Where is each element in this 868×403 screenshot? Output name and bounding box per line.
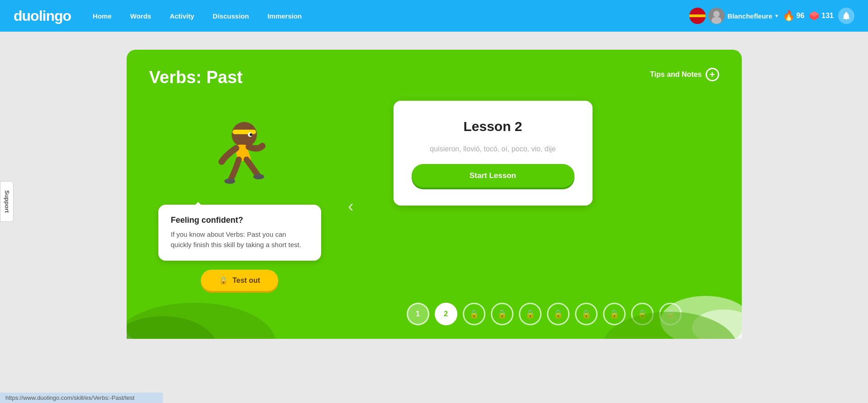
gems-count: 131 <box>821 12 834 20</box>
skill-title: Verbs: Past <box>149 68 243 87</box>
skill-header: Verbs: Past Tips and Notes + <box>149 68 719 87</box>
lesson-dot-10: 🔒 <box>659 303 682 325</box>
streak-badge: 🔥 96 <box>783 10 805 22</box>
skill-card: Verbs: Past Tips and Notes + <box>127 50 742 339</box>
lesson-dot-2[interactable]: 2 <box>435 303 457 325</box>
svg-point-18 <box>692 309 742 339</box>
nav-immersion[interactable]: Immersion <box>259 9 310 23</box>
nav-home[interactable]: Home <box>85 9 120 23</box>
status-bar: https://www.duolingo.com/skill/es/Verbs:… <box>0 393 163 403</box>
lesson-words: quisieron, llovió, tocó, oí, poco, vio, … <box>430 143 555 155</box>
notifications-bell[interactable] <box>838 8 854 24</box>
lesson-dot-5: 🔒 <box>519 303 541 325</box>
navbar: duolingo Home Words Activity Discussion … <box>0 0 868 32</box>
lesson-title: Lesson 2 <box>463 119 522 134</box>
nav-discussion[interactable]: Discussion <box>204 9 257 23</box>
lesson-dot-9: 🔒 <box>631 303 654 325</box>
svg-point-14 <box>253 174 264 179</box>
left-section: Feeling confident? If you know about Ver… <box>149 110 330 291</box>
lesson-dot-6: 🔒 <box>547 303 569 325</box>
svg-point-9 <box>232 122 257 147</box>
nav-right: Blanchefleure ▾ 🔥 96 131 <box>689 8 854 24</box>
nav-words[interactable]: Words <box>122 9 159 23</box>
svg-point-13 <box>224 178 235 184</box>
confidence-tooltip: Feeling confident? If you know about Ver… <box>158 205 321 261</box>
tips-plus-icon: + <box>706 68 719 81</box>
test-out-label: Test out <box>232 276 260 285</box>
gem-icon <box>809 10 820 21</box>
tips-button[interactable]: Tips and Notes + <box>650 68 719 81</box>
gems-badge: 131 <box>809 10 834 21</box>
streak-count: 96 <box>797 12 805 20</box>
svg-point-16 <box>127 316 217 339</box>
nav-links: Home Words Activity Discussion Immersion <box>85 9 310 23</box>
support-button[interactable]: Support <box>0 181 14 222</box>
language-flag <box>689 8 706 24</box>
runner-svg <box>199 110 280 200</box>
status-url: https://www.duolingo.com/skill/es/Verbs:… <box>5 394 134 401</box>
tips-label: Tips and Notes <box>650 70 702 79</box>
bell-icon <box>842 11 851 20</box>
lesson-dot-3: 🔒 <box>463 303 485 325</box>
user-avatar <box>708 8 725 24</box>
lesson-dot-8: 🔒 <box>603 303 626 325</box>
nav-activity[interactable]: Activity <box>161 9 202 23</box>
svg-rect-2 <box>689 13 706 14</box>
tooltip-title: Feeling confident? <box>171 216 308 225</box>
user-menu-chevron: ▾ <box>775 13 778 19</box>
lesson-dot-4: 🔒 <box>491 303 513 325</box>
svg-point-5 <box>713 11 720 17</box>
tooltip-text: If you know about Verbs: Past you can qu… <box>171 230 308 250</box>
lesson-dot-7: 🔒 <box>575 303 598 325</box>
lesson-dots: 1 2 🔒 🔒 🔒 🔒 🔒 🔒 🔒 <box>407 303 682 325</box>
user-menu[interactable]: Blanchefleure ▾ <box>689 8 778 24</box>
fire-icon: 🔥 <box>783 10 795 22</box>
test-out-lock-icon: 🔒 <box>219 276 228 285</box>
svg-rect-10 <box>232 130 256 134</box>
runner-illustration <box>199 110 280 200</box>
test-out-button[interactable]: 🔒 Test out <box>201 270 278 291</box>
svg-point-12 <box>250 133 252 136</box>
main-content: Verbs: Past Tips and Notes + <box>0 32 868 403</box>
skill-body: Feeling confident? If you know about Ver… <box>149 101 719 312</box>
lesson-card: Lesson 2 quisieron, llovió, tocó, oí, po… <box>394 101 593 206</box>
lesson-dot-1[interactable]: 1 <box>407 303 429 325</box>
start-lesson-button[interactable]: Start Lesson <box>412 164 574 187</box>
prev-arrow[interactable]: ‹ <box>348 197 354 216</box>
logo[interactable]: duolingo <box>14 8 71 24</box>
svg-rect-3 <box>689 17 706 19</box>
svg-point-6 <box>711 17 721 24</box>
username-label: Blanchefleure <box>727 12 772 20</box>
